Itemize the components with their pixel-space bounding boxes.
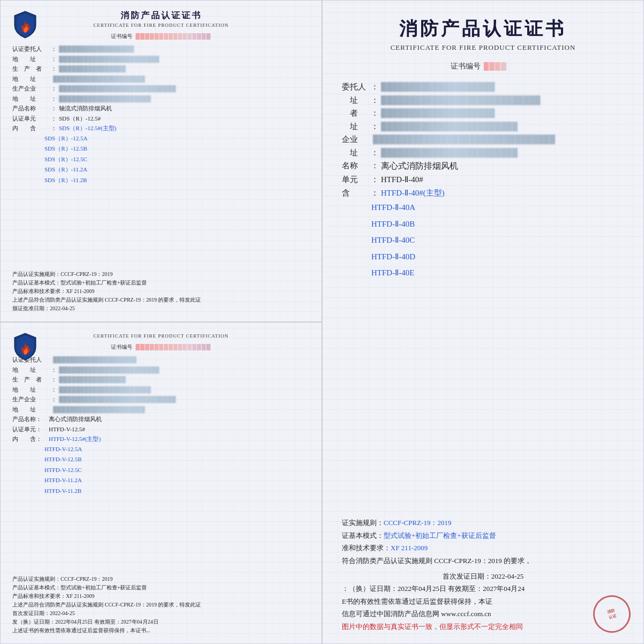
field-label: 址 bbox=[342, 121, 369, 133]
field-value: ████████████████████████ bbox=[381, 147, 624, 159]
field-label: 认证委托人 bbox=[12, 44, 49, 54]
serial-value-2: ████████████████ bbox=[136, 344, 211, 350]
field-value: ██████████████████████ bbox=[59, 385, 310, 394]
footer-line: 证基本模式：型式试验+初始工厂检查+获证后监督 bbox=[342, 529, 624, 542]
footer-line: 上述产品符合消防类产品认证实施规则 CCCF-CPRZ-19：2019 的要求，… bbox=[12, 601, 310, 609]
field-row: 地 址 ： ██████████████████████ bbox=[12, 94, 310, 103]
cert-footer-large: 证实施规则：CCCF-CPRZ-19：2019 证基本模式：型式试验+初始工厂检… bbox=[342, 516, 624, 633]
field-value-contains: HTFD-V-12.5#(主型) bbox=[49, 435, 310, 444]
field-label: 地 址 bbox=[12, 74, 49, 84]
field-value: ████████████████████████████ bbox=[59, 84, 310, 93]
footer-line: 证实施规则：CCCF-CPRZ-19：2019 bbox=[342, 516, 624, 529]
cert-title-en-1: CERTIFICATE FOR FIRE PRODUCT CERTIFICATI… bbox=[93, 23, 228, 28]
field-value: ██████████████████████ bbox=[53, 405, 310, 414]
field-label: 产品名称 bbox=[12, 104, 49, 113]
footer-line: 产品标准和技术要求：XF 211-2009 bbox=[12, 287, 310, 296]
field-row: 址 ： ████████████████████████████ bbox=[342, 94, 624, 107]
sub-item: HTFD-Ⅱ-40D bbox=[342, 249, 624, 265]
cert-header-1: 消防产品认证证书 CERTIFICATE FOR FIRE PRODUCT CE… bbox=[12, 10, 310, 28]
field-row: 者 ： ████████████████████ bbox=[342, 107, 624, 119]
field-value: ████████████████████████ bbox=[59, 55, 310, 64]
field-label: 认证单元： bbox=[12, 425, 49, 434]
field-row: 内 含 ： SDS（R）-12.5#(主型) bbox=[12, 124, 310, 133]
field-row: 产品名称 ： 轴流式消防排烟风机 bbox=[12, 104, 310, 113]
cert-title-en-2: CERTIFICATE FOR FIRE PRODUCT CERTIFICATI… bbox=[93, 333, 228, 339]
field-label: 地 址 bbox=[12, 405, 49, 414]
field-value: ████████████████ bbox=[59, 375, 310, 384]
field-value: ████████████████████████████ bbox=[381, 94, 624, 107]
footer-line: 产品认证基本模式：型式试验+初始工厂检查+获证后监督 bbox=[12, 279, 310, 287]
field-row: 生 产 者 ： ████████████████ bbox=[12, 375, 310, 384]
field-row: 地 址 ： ████████████████████████ bbox=[12, 365, 310, 375]
cert-title-en-large: CERTIFICATE FOR FIRE PRODUCT CERTIFICATI… bbox=[391, 43, 576, 52]
serial-label-2: 证书编号 bbox=[111, 343, 132, 351]
sub-item: SDS（R）-12.5A bbox=[12, 134, 310, 144]
cert-card-1: 消防产品认证证书 CERTIFICATE FOR FIRE PRODUCT CE… bbox=[0, 0, 322, 322]
sub-item: HTFD-V-12.5B bbox=[12, 455, 310, 465]
field-row: 单元 ： HTFD-Ⅱ-40# bbox=[342, 174, 624, 186]
field-row: 址 ： ████████████████████████ bbox=[342, 121, 624, 133]
field-value: ██████████████████████ bbox=[53, 74, 310, 84]
cert-title-block-1: 消防产品认证证书 CERTIFICATE FOR FIRE PRODUCT CE… bbox=[93, 10, 228, 28]
cert-logo-2 bbox=[12, 332, 40, 360]
footer-line: 产品认证实施规则：CCCF-CPRZ-19：2019 bbox=[12, 270, 310, 279]
field-label: 址 bbox=[342, 94, 369, 107]
cert-serial-line-2: 证书编号 ████████████████ bbox=[12, 343, 310, 351]
cert-card-large: 消防产品认证证书 CERTIFICATE FOR FIRE PRODUCT CE… bbox=[322, 0, 644, 644]
sub-item: HTFD-V-11.2B bbox=[12, 486, 310, 496]
footer-date-renew: ：（换）证日期：2022年04月25日 有效期至：2027年04月24 bbox=[342, 582, 624, 595]
field-value: ████████████████████████ bbox=[59, 365, 310, 375]
field-label: 者 bbox=[342, 107, 369, 119]
footer-validity: 上述证书的有效性需依靠通过证后监督获得保持，本证书... bbox=[12, 626, 310, 635]
cert-header-2: CERTIFICATE FOR FIRE PRODUCT CERTIFICATI… bbox=[12, 332, 310, 339]
field-row: 地 址 ： ████████████████████████ bbox=[12, 55, 310, 64]
field-value: ████████████████████ bbox=[381, 107, 624, 119]
field-label: 内 含： bbox=[12, 435, 49, 444]
footer-date-renew: 发（换）证日期：2022年04月25日 有效期至：2027年04月24日 bbox=[12, 618, 310, 626]
field-row: 地 址 ： ██████████████████████ bbox=[12, 385, 310, 394]
sub-item: SDS（R）-11.2B bbox=[12, 176, 310, 185]
field-value-product: 轴流式消防排烟风机 bbox=[59, 104, 310, 113]
footer-line: 产品标准和技术要求：XF 211-2009 bbox=[12, 592, 310, 601]
sub-item: SDS（R）-11.2A bbox=[12, 165, 310, 175]
field-value: ████████████████████ bbox=[53, 355, 310, 364]
field-label: 址 bbox=[342, 147, 369, 159]
footer-value: XF 211-2009 bbox=[391, 544, 428, 552]
footer-date: 首次发证日期：2022-04-25 bbox=[342, 570, 624, 582]
cert-title-block-2: CERTIFICATE FOR FIRE PRODUCT CERTIFICATI… bbox=[93, 332, 228, 339]
sub-item: HTFD-V-11.2A bbox=[12, 476, 310, 485]
cert-header-large: 消防产品认证证书 CERTIFICATE FOR FIRE PRODUCT CE… bbox=[342, 17, 624, 52]
sub-item: HTFD-Ⅱ-40E bbox=[342, 265, 624, 281]
field-value-product: 离心式消防排烟风机 bbox=[49, 415, 310, 424]
footer-disclaimer: 图片中的数据与真实证书一致，但显示形式不一定完全相同 bbox=[342, 620, 624, 633]
field-row: 名称 ： 离心式消防排烟风机 bbox=[342, 160, 624, 173]
field-row: 含 ： HTFD-Ⅱ-40#(主型) bbox=[342, 187, 624, 199]
serial-label-1: 证书编号 bbox=[111, 33, 132, 40]
field-row: 企业 ████████████████████████████████ bbox=[342, 133, 624, 146]
field-value: ████████████████████ bbox=[381, 81, 624, 93]
field-label: 内 含 bbox=[12, 124, 49, 133]
field-label: 认证单元 bbox=[12, 114, 49, 123]
footer-line: 产品认证实施规则：CCCF-CPRZ-19：2019 bbox=[12, 575, 310, 583]
footer-line: 产品认证基本模式：型式试验+初始工厂检查+获证后监督 bbox=[12, 583, 310, 592]
cert-fields-large: 委托人 ： ████████████████████ 址 ： █████████… bbox=[342, 81, 624, 510]
cert-serial-line-1: 证书编号 ████████████████ bbox=[12, 33, 310, 40]
field-label: 生 产 者 bbox=[12, 375, 49, 384]
cert-serial-line-large: 证书编号 ████ bbox=[342, 62, 624, 71]
field-value: ██████████████████████ bbox=[59, 94, 310, 103]
footer-date: 首次发证日期：2022-04-25 bbox=[12, 609, 310, 618]
cert-title-cn-1: 消防产品认证证书 bbox=[93, 10, 228, 21]
field-row: 址 ： ████████████████████████ bbox=[342, 147, 624, 159]
field-value-product: 离心式消防排烟风机 bbox=[381, 160, 624, 173]
sub-item: HTFD-Ⅱ-40B bbox=[342, 216, 624, 232]
field-value: ████████████████████████ bbox=[381, 121, 624, 133]
footer-info: 信息可通过中国消防产品信息网 www.cccf.com.cn bbox=[342, 608, 624, 620]
field-row: 生 产 者 ： ████████████████ bbox=[12, 64, 310, 73]
sub-item: SDS（R）-12.5B bbox=[12, 144, 310, 154]
field-value: ████████████████ bbox=[59, 64, 310, 73]
field-value: ████████████████████████████ bbox=[59, 395, 310, 404]
field-value: ██████████████████ bbox=[59, 44, 310, 54]
field-value-contains: SDS（R）-12.5#(主型) bbox=[59, 124, 310, 133]
field-row: 生产企业 ： ████████████████████████████ bbox=[12, 395, 310, 404]
sub-item: HTFD-Ⅱ-40C bbox=[342, 233, 624, 248]
